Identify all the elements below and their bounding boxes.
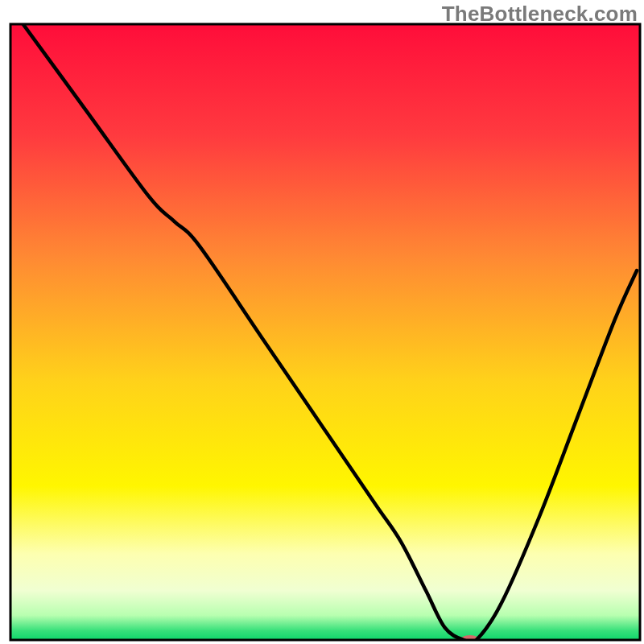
- bottleneck-chart: [0, 0, 644, 644]
- watermark-text: TheBottleneck.com: [442, 2, 638, 27]
- chart-stage: TheBottleneck.com: [0, 0, 644, 644]
- gradient-background: [10, 24, 640, 640]
